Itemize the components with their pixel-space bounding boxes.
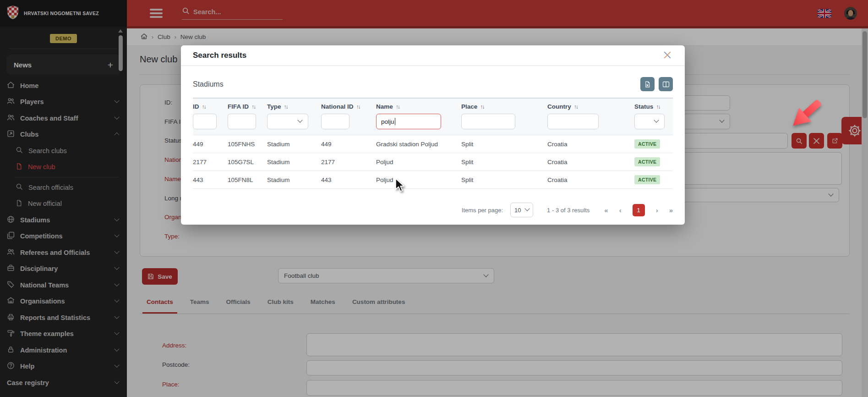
filter-input-fifa-id[interactable] bbox=[228, 114, 256, 129]
column-header-id[interactable]: ID↑↓ bbox=[193, 103, 228, 110]
column-header-fifa-id[interactable]: FIFA ID↑↓ bbox=[228, 103, 267, 110]
filter-input-id[interactable] bbox=[193, 114, 217, 129]
cell-type: Stadium bbox=[267, 176, 321, 183]
filter-select-type[interactable] bbox=[267, 114, 308, 129]
chevron-down-icon bbox=[654, 117, 659, 122]
table-body: 449105FNHSStadium449Gradski stadion Polj… bbox=[193, 135, 673, 189]
column-header-country[interactable]: Country↑↓ bbox=[547, 103, 634, 110]
table-head: ID↑↓FIFA ID↑↓Type↑↓National ID↑↓Name↑↓Pl… bbox=[193, 98, 673, 135]
sort-icon: ↑↓ bbox=[356, 104, 360, 110]
cell-type: Stadium bbox=[267, 159, 321, 165]
column-header-name[interactable]: Name↑↓ bbox=[376, 103, 461, 110]
page-1-button[interactable]: 1 bbox=[633, 204, 645, 216]
cell-id: 443 bbox=[193, 176, 228, 183]
stadiums-table: ID↑↓FIFA ID↑↓Type↑↓National ID↑↓Name↑↓Pl… bbox=[193, 98, 673, 189]
cell-fifa-id: 105FN8L bbox=[228, 176, 267, 183]
cell-name: Poljud bbox=[376, 159, 461, 165]
sort-icon: ↑↓ bbox=[284, 104, 288, 110]
status-badge: ACTIVE bbox=[634, 157, 660, 166]
cell-national-id: 443 bbox=[321, 176, 376, 183]
close-icon[interactable] bbox=[662, 50, 673, 62]
columns-button[interactable] bbox=[659, 77, 673, 91]
filter-input-name[interactable]: polju bbox=[376, 114, 441, 129]
sort-icon: ↑↓ bbox=[396, 104, 399, 110]
table-filter-row: polju bbox=[193, 114, 673, 129]
sort-icon: ↑↓ bbox=[202, 104, 206, 110]
sort-icon: ↑↓ bbox=[574, 104, 578, 110]
table-row[interactable]: 449105FNHSStadium449Gradski stadion Polj… bbox=[193, 135, 673, 153]
column-header-type[interactable]: Type↑↓ bbox=[267, 103, 321, 110]
chevron-down-icon bbox=[524, 206, 530, 211]
first-page-button[interactable]: « bbox=[604, 206, 608, 214]
modal-title: Search results bbox=[193, 51, 246, 60]
table-row[interactable]: 443105FN8LStadium443PoljudSplitCroatiaAC… bbox=[193, 171, 673, 189]
sort-icon: ↑↓ bbox=[480, 104, 484, 110]
stadiums-section-title: Stadiums bbox=[193, 80, 224, 88]
cell-fifa-id: 105FNHS bbox=[228, 141, 267, 148]
cell-place: Split bbox=[461, 159, 547, 165]
prev-page-button[interactable]: ‹ bbox=[619, 206, 622, 214]
status-badge: ACTIVE bbox=[634, 139, 660, 149]
sort-icon: ↑↓ bbox=[251, 104, 255, 110]
cell-place: Split bbox=[461, 141, 547, 148]
column-header-place[interactable]: Place↑↓ bbox=[461, 103, 547, 110]
cell-national-id: 449 bbox=[321, 141, 376, 148]
export-excel-button[interactable] bbox=[640, 77, 655, 91]
cell-type: Stadium bbox=[267, 141, 321, 148]
mouse-cursor bbox=[395, 178, 404, 193]
cell-name: Gradski stadion Poljud bbox=[376, 141, 461, 148]
cell-status: ACTIVE bbox=[634, 175, 673, 184]
items-per-page-select[interactable]: 10 bbox=[510, 203, 533, 217]
table-header-row: ID↑↓FIFA ID↑↓Type↑↓National ID↑↓Name↑↓Pl… bbox=[193, 103, 673, 110]
cell-country: Croatia bbox=[547, 159, 634, 165]
cell-fifa-id: 105G7SL bbox=[228, 159, 267, 165]
filter-input-place[interactable] bbox=[461, 114, 515, 129]
status-badge: ACTIVE bbox=[634, 175, 660, 184]
last-page-button[interactable]: » bbox=[669, 206, 673, 214]
cell-id: 449 bbox=[193, 141, 228, 148]
cell-id: 2177 bbox=[193, 159, 228, 165]
cell-name: Poljud bbox=[376, 176, 461, 183]
cell-status: ACTIVE bbox=[634, 139, 673, 149]
chevron-down-icon bbox=[297, 117, 302, 122]
search-results-modal: Search results Stadiums ID↑↓FIFA ID↑↓Typ… bbox=[181, 45, 685, 225]
filter-select-status[interactable] bbox=[634, 114, 665, 129]
cell-status: ACTIVE bbox=[634, 157, 673, 166]
cell-country: Croatia bbox=[547, 176, 634, 183]
filter-input-national-id[interactable] bbox=[321, 114, 349, 129]
cell-national-id: 2177 bbox=[321, 159, 376, 165]
items-per-page-label: Items per page: bbox=[462, 207, 503, 214]
column-header-status[interactable]: Status↑↓ bbox=[634, 103, 673, 110]
cell-place: Split bbox=[461, 176, 547, 183]
next-page-button[interactable]: › bbox=[656, 206, 658, 214]
sort-icon: ↑↓ bbox=[656, 104, 660, 110]
results-count: 1 - 3 of 3 results bbox=[547, 207, 590, 214]
filter-input-country[interactable] bbox=[547, 114, 599, 129]
cell-country: Croatia bbox=[547, 141, 634, 148]
table-pagination: Items per page: 10 1 - 3 of 3 results « … bbox=[181, 195, 685, 225]
app-root: HRVATSKI NOGOMETNI SAVEZ DEMO News + Hom… bbox=[0, 0, 868, 397]
column-header-national-id[interactable]: National ID↑↓ bbox=[321, 103, 376, 110]
table-row[interactable]: 2177105G7SLStadium2177PoljudSplitCroatia… bbox=[193, 153, 673, 171]
modal-section-header: Stadiums bbox=[181, 66, 685, 98]
modal-header: Search results bbox=[181, 45, 685, 66]
text-caret bbox=[395, 118, 395, 125]
